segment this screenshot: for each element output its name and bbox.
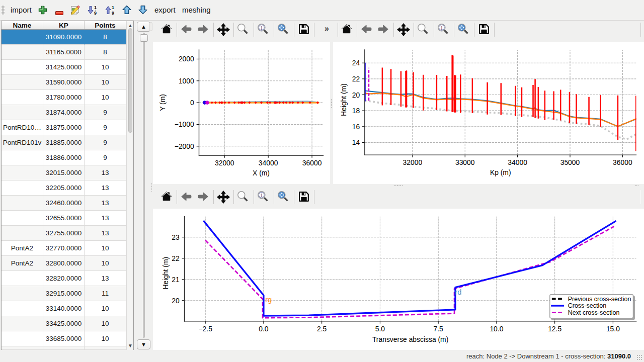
svg-text:36000: 36000	[613, 158, 632, 166]
svg-text:34000: 34000	[508, 158, 527, 166]
svg-text:Kp (m): Kp (m)	[490, 168, 511, 176]
svg-text:−2.5: −2.5	[198, 325, 212, 333]
svg-text:22: 22	[172, 254, 180, 262]
svg-text:9: 9	[112, 11, 114, 15]
svg-text:23: 23	[172, 233, 180, 241]
svg-text:1000: 1000	[179, 77, 194, 85]
svg-text:32000: 32000	[215, 159, 234, 167]
svg-text:X (m): X (m)	[253, 169, 270, 177]
svg-text:33000: 33000	[455, 158, 475, 166]
svg-text:1: 1	[94, 5, 97, 10]
svg-text:2.5: 2.5	[317, 325, 327, 333]
svg-text:10.0: 10.0	[490, 325, 503, 333]
svg-text:7.5: 7.5	[434, 325, 444, 333]
svg-text:rd: rd	[455, 288, 461, 296]
svg-text:−2000: −2000	[175, 142, 194, 150]
svg-text:36000: 36000	[302, 159, 322, 167]
svg-text:32000: 32000	[403, 158, 423, 166]
svg-text:Previous cross-section: Previous cross-section	[568, 296, 631, 303]
svg-text:5.0: 5.0	[375, 325, 385, 333]
svg-text:35000: 35000	[560, 158, 580, 166]
svg-text:Transverse abscissa (m): Transverse abscissa (m)	[372, 335, 448, 343]
svg-text:Height (m): Height (m)	[340, 83, 348, 116]
svg-text:18: 18	[352, 107, 360, 115]
svg-text:1: 1	[260, 24, 263, 30]
svg-text:22: 22	[352, 75, 360, 83]
svg-text:14: 14	[352, 138, 360, 146]
svg-text:0.0: 0.0	[259, 325, 269, 333]
svg-text:Next cross-section: Next cross-section	[568, 309, 620, 316]
svg-text:24: 24	[352, 59, 360, 67]
svg-text:12.5: 12.5	[548, 325, 561, 333]
svg-text:16: 16	[352, 123, 360, 131]
svg-text:34000: 34000	[259, 159, 278, 167]
svg-text:Height (m): Height (m)	[162, 257, 170, 290]
svg-text:20: 20	[172, 297, 180, 305]
svg-text:9: 9	[94, 11, 97, 15]
svg-text:2000: 2000	[179, 55, 194, 63]
svg-text:15.0: 15.0	[606, 325, 620, 333]
svg-text:1: 1	[112, 5, 114, 10]
svg-text:−1000: −1000	[175, 120, 194, 128]
svg-text:rg: rg	[265, 296, 272, 304]
svg-text:1: 1	[440, 24, 443, 30]
svg-text:Y (m): Y (m)	[158, 94, 167, 111]
svg-text:20: 20	[352, 91, 360, 99]
svg-text:Cross-section: Cross-section	[568, 302, 606, 309]
svg-text:1: 1	[260, 192, 263, 198]
svg-text:21: 21	[172, 276, 180, 284]
svg-text:0: 0	[190, 99, 194, 107]
